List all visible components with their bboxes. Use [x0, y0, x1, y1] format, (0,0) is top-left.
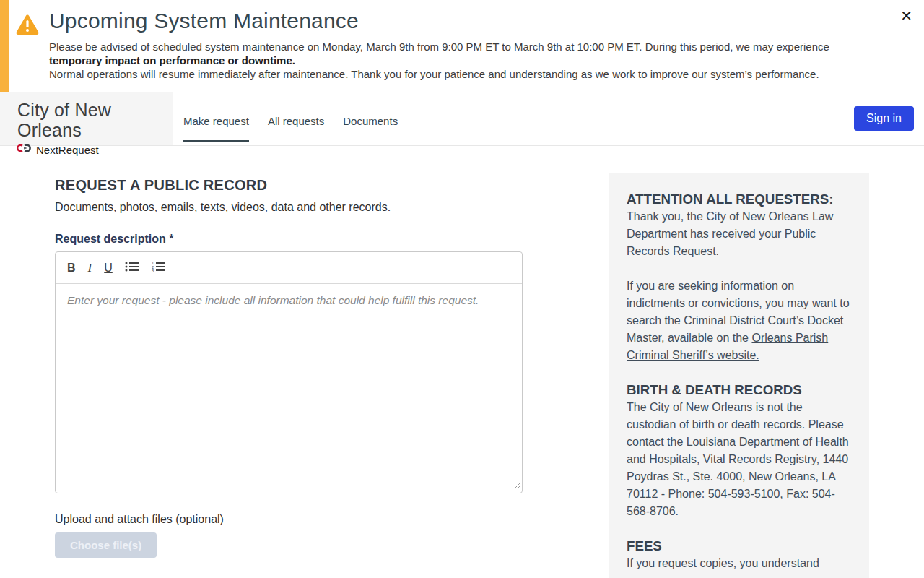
- editor-placeholder: Enter your request - please include all …: [67, 294, 479, 306]
- banner-message: Please be advised of scheduled system ma…: [49, 40, 881, 81]
- request-form: REQUEST A PUBLIC RECORD Documents, photo…: [55, 173, 523, 578]
- upload-label: Upload and attach files (optional): [55, 513, 523, 526]
- page-subtitle: Documents, photos, emails, texts, videos…: [55, 201, 523, 214]
- attention-paragraph-2: If you are seeking information on indict…: [627, 277, 852, 364]
- nav-all-requests[interactable]: All requests: [268, 97, 324, 142]
- civicplus-logo-icon: [17, 143, 31, 156]
- request-description-input[interactable]: Enter your request - please include all …: [56, 284, 522, 493]
- svg-text:3: 3: [152, 269, 154, 272]
- page-content: REQUEST A PUBLIC RECORD Documents, photo…: [0, 146, 924, 578]
- sign-in-button[interactable]: Sign in: [854, 106, 914, 131]
- request-description-label: Request description *: [55, 233, 523, 246]
- nav-documents[interactable]: Documents: [343, 97, 398, 142]
- fees-paragraph: If you request copies, you understand: [627, 555, 852, 572]
- fees-heading: FEES: [627, 538, 852, 555]
- rich-text-editor: B I U 1 2: [55, 251, 523, 493]
- banner-message-bold: temporary impact on performance or downt…: [49, 54, 292, 66]
- main-nav: Make request All requests Documents: [183, 92, 398, 145]
- banner-message-bold-period: .: [292, 54, 295, 66]
- org-name: City of New Orleans: [17, 100, 173, 140]
- info-sidebar: ATTENTION ALL REQUESTERS: Thank you, the…: [609, 173, 869, 578]
- banner-title: Upcoming System Maintenance: [49, 9, 881, 33]
- birth-death-heading: BIRTH & DEATH RECORDS: [627, 381, 852, 399]
- maintenance-banner: Upcoming System Maintenance Please be ad…: [0, 0, 924, 92]
- birth-death-paragraph: The City of New Orleans is not the custo…: [627, 399, 852, 520]
- product-logo-row: NextRequest: [17, 143, 173, 156]
- warning-icon: [16, 14, 39, 38]
- nav-make-request[interactable]: Make request: [183, 97, 249, 142]
- choose-files-button[interactable]: Choose file(s): [55, 532, 157, 558]
- attention-heading: ATTENTION ALL REQUESTERS:: [627, 191, 852, 208]
- attention-paragraph-1: Thank you, the City of New Orleans Law D…: [627, 208, 852, 260]
- underline-icon[interactable]: U: [104, 262, 113, 274]
- editor-toolbar: B I U 1 2: [56, 252, 522, 284]
- logo-block[interactable]: City of New Orleans NextRequest: [0, 92, 173, 145]
- product-name: NextRequest: [36, 144, 99, 156]
- banner-message-line2: Normal operations will resume immediatel…: [49, 68, 819, 80]
- close-icon[interactable]: ✕: [900, 9, 912, 23]
- bullet-list-icon[interactable]: [125, 261, 139, 275]
- numbered-list-icon[interactable]: 1 2 3: [152, 261, 166, 275]
- bold-icon[interactable]: B: [67, 262, 76, 274]
- italic-icon[interactable]: I: [88, 262, 92, 274]
- page-title: REQUEST A PUBLIC RECORD: [55, 177, 523, 194]
- resize-handle-icon[interactable]: [513, 478, 520, 491]
- banner-accent-stripe: [0, 0, 9, 92]
- banner-message-text: Please be advised of scheduled system ma…: [49, 40, 829, 53]
- site-header: City of New Orleans NextRequest Make req…: [0, 92, 924, 146]
